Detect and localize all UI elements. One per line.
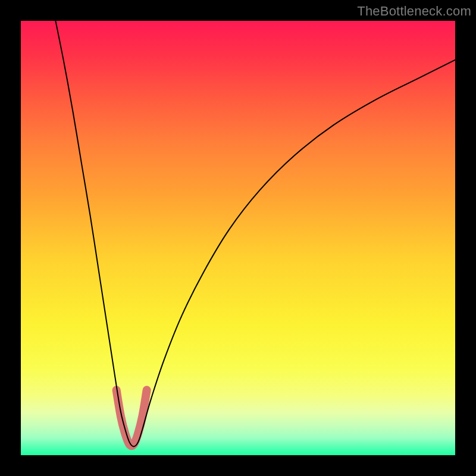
optimal-zone-highlight xyxy=(117,390,147,446)
plot-area xyxy=(21,21,455,455)
watermark-text: TheBottleneck.com xyxy=(357,4,471,19)
curve-svg xyxy=(21,21,455,455)
bottleneck-curve xyxy=(55,21,455,446)
chart-canvas: TheBottleneck.com xyxy=(0,0,476,476)
